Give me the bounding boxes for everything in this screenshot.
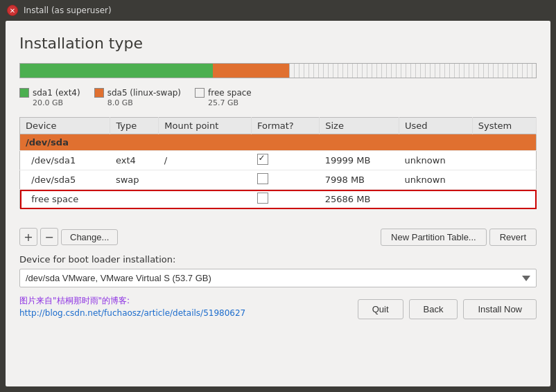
legend-free: free space 25.7 GB bbox=[195, 88, 252, 107]
sda-system bbox=[472, 134, 536, 151]
bar-sda5 bbox=[213, 64, 290, 78]
sda5-mount bbox=[159, 170, 252, 190]
free-system bbox=[472, 190, 536, 209]
footer-note-link[interactable]: http://blog.csdn.net/fuchaosz/article/de… bbox=[19, 308, 245, 318]
free-mount bbox=[159, 190, 252, 209]
free-format-checkbox bbox=[257, 193, 268, 204]
install-now-button[interactable]: Install Now bbox=[463, 299, 537, 319]
sda1-size: 20.0 GB bbox=[19, 98, 80, 107]
sda5-format-checkbox bbox=[257, 173, 268, 184]
sda1-device: /dev/sda1 bbox=[20, 151, 110, 170]
new-partition-table-button[interactable]: New Partition Table... bbox=[381, 229, 487, 246]
sda1-label: sda1 (ext4) bbox=[33, 88, 80, 98]
sda5-label: sda5 (linux-swap) bbox=[107, 88, 181, 98]
legend-sda1: sda1 (ext4) 20.0 GB bbox=[19, 88, 80, 107]
footer: 图片来自"桔桐那时雨"的博客: http://blog.csdn.net/fuc… bbox=[19, 294, 537, 319]
sda5-size: 7998 MB bbox=[320, 170, 399, 190]
title-bar-text: Install (as superuser) bbox=[24, 6, 112, 15]
col-type: Type bbox=[110, 118, 159, 134]
add-partition-button[interactable]: + bbox=[19, 228, 37, 246]
sda1-mount: / bbox=[159, 151, 252, 170]
sda1-format bbox=[252, 151, 320, 170]
col-system: System bbox=[472, 118, 536, 134]
bar-free bbox=[289, 64, 536, 78]
sda-device: /dev/sda bbox=[20, 134, 110, 151]
free-format bbox=[252, 190, 320, 209]
table-row-sda[interactable]: /dev/sda bbox=[20, 134, 537, 151]
sda5-device: /dev/sda5 bbox=[20, 170, 110, 190]
sda-type bbox=[110, 134, 159, 151]
free-used bbox=[399, 190, 473, 209]
col-mount: Mount point bbox=[159, 118, 252, 134]
sda5-used: unknown bbox=[399, 170, 473, 190]
footer-note: 图片来自"桔桐那时雨"的博客: http://blog.csdn.net/fuc… bbox=[19, 294, 245, 319]
free-label: free space bbox=[208, 88, 252, 98]
sda5-swatch bbox=[94, 88, 104, 98]
footer-note-line1: 图片来自"桔桐那时雨"的博客: bbox=[19, 296, 130, 305]
sda-mount bbox=[159, 134, 252, 151]
revert-button[interactable]: Revert bbox=[489, 229, 537, 246]
sda-used bbox=[399, 134, 473, 151]
table-row-sda5[interactable]: /dev/sda5 swap 7998 MB unknown bbox=[20, 170, 537, 190]
footer-buttons: Quit Back Install Now bbox=[358, 299, 537, 319]
partition-table-wrapper: Device Type Mount point Format? Size Use… bbox=[19, 117, 537, 228]
sda5-system bbox=[472, 170, 536, 190]
sda1-size: 19999 MB bbox=[320, 151, 399, 170]
sda-size bbox=[320, 134, 399, 151]
sda1-type: ext4 bbox=[110, 151, 159, 170]
free-type bbox=[110, 190, 159, 209]
quit-button[interactable]: Quit bbox=[358, 299, 403, 319]
table-row-sda1[interactable]: /dev/sda1 ext4 / 19999 MB unknown bbox=[20, 151, 537, 170]
sda-format bbox=[252, 134, 320, 151]
table-row-free[interactable]: free space 25686 MB bbox=[20, 190, 537, 209]
legend: sda1 (ext4) 20.0 GB sda5 (linux-swap) 8.… bbox=[19, 88, 537, 107]
col-device: Device bbox=[20, 118, 110, 134]
partition-bar bbox=[19, 63, 537, 78]
sda1-system bbox=[472, 151, 536, 170]
bootloader-label: Device for boot loader installation: bbox=[19, 254, 537, 265]
sda1-used: unknown bbox=[399, 151, 473, 170]
sda1-swatch bbox=[19, 88, 29, 98]
partition-table: Device Type Mount point Format? Size Use… bbox=[19, 117, 537, 209]
title-bar: ✕ Install (as superuser) bbox=[0, 0, 556, 21]
change-button[interactable]: Change... bbox=[61, 229, 118, 245]
sda5-type: swap bbox=[110, 170, 159, 190]
col-format: Format? bbox=[252, 118, 320, 134]
remove-partition-button[interactable]: − bbox=[40, 228, 58, 246]
close-button[interactable]: ✕ bbox=[7, 5, 18, 16]
free-swatch bbox=[195, 88, 205, 98]
page-title: Installation type bbox=[19, 35, 537, 52]
table-header-row: Device Type Mount point Format? Size Use… bbox=[20, 118, 537, 134]
col-size: Size bbox=[320, 118, 399, 134]
partition-bar-container bbox=[19, 63, 537, 78]
back-button[interactable]: Back bbox=[409, 299, 458, 319]
table-actions: + − Change... New Partition Table... Rev… bbox=[19, 228, 537, 246]
bootloader-select[interactable]: /dev/sda VMware, VMware Virtual S (53.7 … bbox=[19, 269, 537, 287]
main-window: Installation type sda1 (ext4) 20.0 GB sd… bbox=[6, 21, 550, 386]
col-used: Used bbox=[399, 118, 473, 134]
free-device: free space bbox=[20, 190, 110, 209]
sda1-format-checkbox bbox=[257, 154, 268, 165]
sda5-format bbox=[252, 170, 320, 190]
legend-sda5: sda5 (linux-swap) 8.0 GB bbox=[94, 88, 181, 107]
free-size: 25686 MB bbox=[320, 190, 399, 209]
bar-sda1 bbox=[20, 64, 213, 78]
free-size: 25.7 GB bbox=[195, 98, 252, 107]
sda5-size: 8.0 GB bbox=[94, 98, 181, 107]
